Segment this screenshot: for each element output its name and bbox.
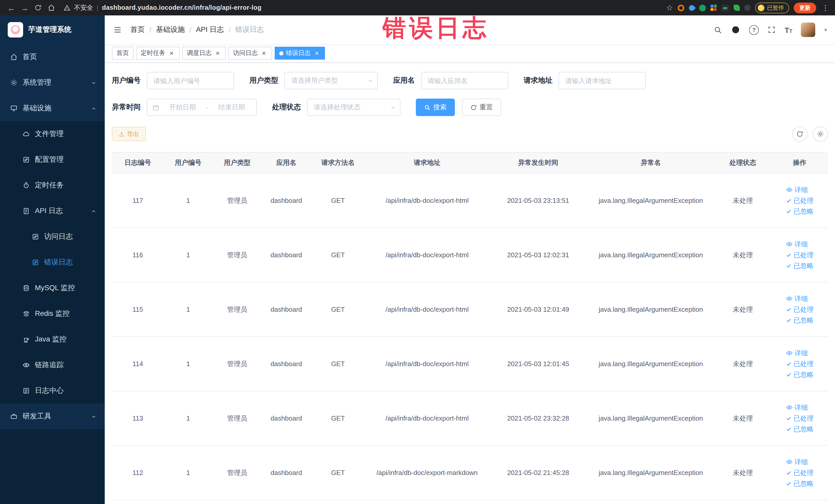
tab-scheduled-tasks[interactable]: 定时任务 ×	[136, 47, 180, 60]
action-processed[interactable]: 已处理	[786, 305, 813, 314]
extension-icon-7[interactable]	[745, 5, 751, 11]
sidebar-item-api-logs[interactable]: API 日志	[0, 198, 105, 224]
action-ignored[interactable]: 已忽略	[786, 207, 813, 216]
update-button[interactable]: 更新	[794, 2, 816, 13]
tab-dispatch-logs[interactable]: 调度日志 ×	[182, 47, 226, 60]
sidebar-item-label: 配置管理	[35, 155, 64, 164]
extension-icon-3[interactable]	[699, 4, 706, 11]
fullscreen-icon[interactable]	[768, 26, 776, 34]
breadcrumb-item[interactable]: 基础设施	[156, 25, 185, 35]
close-icon[interactable]: ×	[168, 49, 175, 57]
action-detail[interactable]: 详细	[786, 294, 808, 303]
action-ignored[interactable]: 已忽略	[786, 370, 813, 379]
avatar[interactable]	[801, 23, 815, 37]
address-bar[interactable]: 不安全 | dashboard.yudao.iocoder.cn/infra/l…	[64, 3, 660, 12]
export-button[interactable]: 导出	[112, 127, 146, 141]
extension-icon-1[interactable]	[678, 4, 684, 11]
paused-badge[interactable]: 已暂停	[755, 2, 789, 13]
table-row: 113 1 管理员 dashboard GET /api/infra/db-do…	[112, 391, 828, 445]
sidebar-item-mysql-monitor[interactable]: MySQL 监控	[0, 275, 105, 301]
action-processed[interactable]: 已处理	[786, 414, 813, 423]
chrome-toolbar-right: ☆ on 已暂停 更新 ⋮	[666, 2, 830, 13]
sidebar-item-redis-monitor[interactable]: Redis 监控	[0, 301, 105, 327]
font-size-icon[interactable]: TT	[785, 26, 792, 34]
action-processed[interactable]: 已处理	[786, 250, 813, 260]
sidebar-item-infrastructure[interactable]: 基础设施	[0, 96, 105, 121]
tab-access-logs[interactable]: 访问日志 ×	[228, 47, 272, 60]
action-detail[interactable]: 详细	[786, 457, 808, 466]
action-processed[interactable]: 已处理	[786, 468, 813, 477]
breadcrumb-item[interactable]: API 日志	[196, 25, 224, 35]
monitor-icon	[10, 105, 18, 112]
sidebar-item-log-center[interactable]: 日志中心	[0, 378, 105, 404]
tab-home[interactable]: 首页	[112, 47, 134, 60]
action-detail[interactable]: 详细	[786, 185, 808, 194]
sidebar-item-config-management[interactable]: 配置管理	[0, 147, 105, 173]
hamburger-icon[interactable]	[113, 25, 122, 35]
cell-user-type: 管理员	[213, 391, 262, 445]
action-ignored[interactable]: 已忽略	[786, 261, 813, 270]
back-icon[interactable]: ←	[5, 2, 18, 14]
extension-icon-5[interactable]: on	[721, 4, 729, 11]
extension-icon-2[interactable]	[688, 4, 696, 12]
user-type-select[interactable]: 请选择用户类型	[284, 72, 378, 89]
col-app-name: 应用名	[262, 152, 311, 173]
action-processed[interactable]: 已处理	[786, 359, 813, 368]
extension-icon-4[interactable]	[711, 5, 717, 11]
cell-method: GET	[311, 445, 365, 500]
col-user-type: 用户类型	[213, 152, 262, 173]
cell-request-url: /api/infra/db-doc/export-markdown	[365, 445, 489, 500]
date-range-picker[interactable]: 开始日期 - 结束日期	[147, 99, 257, 116]
action-detail[interactable]: 详细	[786, 240, 808, 249]
search-icon[interactable]	[714, 25, 722, 34]
request-url-input[interactable]	[558, 72, 646, 89]
close-icon[interactable]: ×	[260, 49, 267, 57]
sidebar-item-home[interactable]: 首页	[0, 44, 105, 70]
home-nav-icon[interactable]	[45, 2, 58, 14]
home-icon	[10, 54, 18, 61]
github-icon[interactable]	[731, 25, 740, 35]
reload-icon[interactable]	[32, 2, 44, 14]
eye-icon	[786, 404, 792, 411]
search-button[interactable]: 搜索	[416, 99, 455, 116]
sidebar-item-label: Redis 监控	[35, 309, 69, 318]
cell-actions: 详细 已处理 已忽略	[771, 228, 828, 282]
help-icon[interactable]: ?	[749, 25, 759, 35]
action-ignored[interactable]: 已忽略	[786, 479, 813, 488]
bookmark-star-icon[interactable]: ☆	[666, 3, 673, 12]
cell-status: 未处理	[714, 173, 771, 228]
action-processed[interactable]: 已处理	[786, 196, 813, 205]
close-icon[interactable]: ×	[313, 49, 320, 57]
sidebar-item-system-management[interactable]: 系统管理	[0, 70, 105, 96]
log-center-icon	[23, 387, 30, 395]
browser-menu-icon[interactable]: ⋮	[821, 4, 830, 12]
tab-error-logs[interactable]: 错误日志 ×	[274, 47, 325, 60]
sidebar-item-access-logs[interactable]: 访问日志	[0, 224, 105, 249]
user-id-input[interactable]	[147, 72, 234, 89]
breadcrumb-item[interactable]: 首页	[130, 25, 145, 35]
cell-user-id: 1	[163, 445, 212, 500]
app-logo[interactable]: 芋道管理系统	[0, 15, 105, 44]
extension-icon-6[interactable]	[734, 5, 740, 11]
column-settings-button[interactable]	[813, 126, 828, 142]
document-icon	[23, 207, 30, 215]
sidebar-item-file-management[interactable]: 文件管理	[0, 121, 105, 147]
reset-button[interactable]: 重置	[462, 99, 501, 116]
action-detail[interactable]: 详细	[786, 403, 808, 412]
sidebar-item-trace[interactable]: 链路追踪	[0, 352, 105, 378]
action-detail[interactable]: 详细	[786, 348, 808, 358]
sidebar-item-label: 系统管理	[23, 78, 51, 87]
action-ignored[interactable]: 已忽略	[786, 316, 813, 325]
sidebar-item-error-logs[interactable]: 错误日志	[0, 249, 105, 275]
forward-icon[interactable]: →	[19, 2, 31, 14]
refresh-table-button[interactable]	[792, 126, 808, 142]
process-status-select[interactable]: 请选择处理状态	[307, 99, 401, 116]
caret-down-icon[interactable]: ▾	[824, 26, 827, 33]
sidebar-item-java-monitor[interactable]: Java 监控	[0, 327, 105, 352]
app-name-input[interactable]	[421, 72, 508, 89]
sidebar-item-dev-tools[interactable]: 研发工具	[0, 404, 105, 429]
close-icon[interactable]: ×	[214, 49, 221, 57]
sidebar-item-scheduled-tasks[interactable]: 定时任务	[0, 173, 105, 198]
action-ignored[interactable]: 已忽略	[786, 424, 813, 434]
cell-user-type: 管理员	[213, 173, 262, 228]
